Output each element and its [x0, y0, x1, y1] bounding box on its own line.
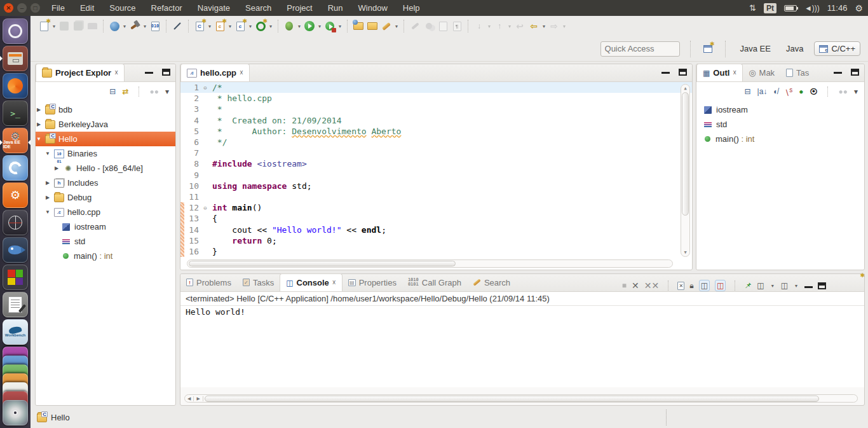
outline-item-std[interactable]: std: [696, 117, 864, 132]
session-gear-icon[interactable]: ⚙: [855, 3, 863, 13]
perspective-java[interactable]: Java: [782, 42, 808, 55]
dash-home-button[interactable]: [3, 18, 28, 44]
next-annotation-dropdown[interactable]: ▾: [486, 24, 492, 29]
sort-button[interactable]: |a↓: [757, 87, 768, 96]
focus-task-button[interactable]: ●●: [149, 87, 159, 96]
hide-non-public-button[interactable]: ●: [799, 87, 803, 96]
hide-inactive-button[interactable]: ⦿: [810, 87, 817, 96]
hide-static-button[interactable]: ∖s: [785, 86, 793, 97]
menu-window[interactable]: Window: [358, 3, 388, 13]
menu-file[interactable]: File: [51, 3, 65, 13]
save-all-button[interactable]: [72, 20, 85, 32]
scroll-right-arrow[interactable]: ▶: [194, 396, 203, 401]
remove-launch-button[interactable]: ✕: [632, 280, 639, 291]
back-button[interactable]: ⇦: [527, 20, 540, 32]
previous-annotation-button[interactable]: ↑: [493, 20, 506, 32]
link-with-editor-button[interactable]: ⇄: [122, 87, 128, 96]
tab-hello-cpp[interactable]: .c hello.cpp ☓: [180, 64, 250, 81]
close-icon[interactable]: ☓: [114, 69, 118, 77]
show-source-button[interactable]: [437, 20, 449, 32]
close-window-button[interactable]: ✕: [4, 3, 13, 13]
tree-item-hello[interactable]: ▼CHello: [36, 132, 175, 146]
file-manager-button[interactable]: [3, 46, 28, 71]
last-edit-location-button[interactable]: ↩: [513, 20, 526, 32]
console-output[interactable]: Hello world!: [180, 306, 864, 387]
maximize-view-button[interactable]: [162, 69, 170, 76]
new-c-class-button[interactable]: c✱: [214, 20, 226, 32]
minimize-view-button[interactable]: [804, 286, 813, 288]
tab-tasks[interactable]: ✓Tasks: [237, 273, 280, 291]
tree-item-iostream[interactable]: iostream: [36, 219, 175, 234]
focus-task-button[interactable]: ●●: [838, 87, 848, 96]
keyboard-layout-indicator[interactable]: Pt: [764, 3, 776, 13]
external-tools-button[interactable]: [323, 20, 336, 32]
eclipse-ide-button[interactable]: ⚙ Java EE IDE: [3, 128, 28, 153]
new-wizard-button[interactable]: ✱: [37, 20, 50, 32]
menu-help[interactable]: Help: [403, 3, 420, 13]
perspective-cpp[interactable]: cC/C++: [814, 41, 860, 56]
new-c-project-dropdown[interactable]: ▾: [247, 24, 254, 29]
scroll-lock-button[interactable]: 🔒︎: [689, 281, 693, 290]
collapse-all-button[interactable]: ⊟: [109, 87, 116, 96]
new-c-file-button[interactable]: C✱: [193, 20, 206, 32]
maximize-view-button[interactable]: [818, 282, 826, 289]
back-dropdown[interactable]: ▾: [541, 24, 547, 29]
menu-source[interactable]: Source: [109, 3, 135, 13]
debug-dropdown[interactable]: ▾: [296, 24, 302, 29]
toggle-mark-button[interactable]: [409, 20, 421, 32]
maximize-window-button[interactable]: □: [31, 3, 40, 13]
run-button[interactable]: [303, 20, 316, 32]
terminal-button[interactable]: >_: [3, 100, 28, 126]
terminate-button[interactable]: ■: [622, 281, 627, 290]
search-dropdown[interactable]: ▾: [393, 24, 400, 29]
menu-run[interactable]: Run: [328, 3, 343, 13]
code-analysis-button[interactable]: ✱: [254, 20, 267, 32]
volume-icon[interactable]: ◄))): [804, 4, 820, 13]
open-console-button[interactable]: ◫✱: [781, 281, 788, 290]
web-graph-app-button[interactable]: [3, 210, 28, 235]
minimize-view-button[interactable]: [834, 71, 842, 74]
color-blocks-app-button[interactable]: [3, 265, 28, 290]
editor-vertical-scrollbar[interactable]: ▲▼: [681, 84, 690, 257]
menu-edit[interactable]: Edit: [80, 3, 94, 13]
open-console-dropdown[interactable]: ▾: [793, 283, 799, 289]
tree-item-main[interactable]: main() : int: [36, 249, 175, 263]
tree-item-std[interactable]: std: [36, 234, 175, 249]
new-wizard-dropdown[interactable]: ▾: [51, 24, 57, 29]
clock[interactable]: 11:46: [827, 3, 848, 13]
previous-annotation-dropdown[interactable]: ▾: [506, 24, 513, 29]
new-c-class-dropdown[interactable]: ▾: [227, 24, 233, 29]
code-analysis-dropdown[interactable]: ▾: [268, 24, 274, 29]
open-perspective-icon[interactable]: ✱: [702, 43, 714, 55]
debug-button[interactable]: [283, 20, 295, 32]
new-c-file-dropdown[interactable]: ▾: [207, 24, 213, 29]
display-console-dropdown[interactable]: ▾: [770, 283, 776, 289]
tab-problems[interactable]: !Problems: [180, 273, 237, 291]
open-element-button[interactable]: 010: [149, 20, 161, 32]
menu-refactor[interactable]: Refactor: [151, 3, 182, 13]
search-marker-button[interactable]: [380, 20, 393, 32]
remove-all-terminated-button[interactable]: ✕✕: [644, 280, 659, 291]
code-editor[interactable]: 1⊖/* 2 * hello.cpp 3 * 4 * Created on: 2…: [180, 82, 692, 270]
show-console-on-stderr-button[interactable]: ◫: [715, 280, 726, 291]
mysql-workbench-button[interactable]: Workbench: [3, 319, 28, 345]
hide-fields-button[interactable]: ◐̸: [773, 87, 778, 96]
view-menu-button[interactable]: ▾: [165, 87, 169, 96]
new-c-project-button[interactable]: c✱: [234, 20, 247, 32]
next-annotation-button[interactable]: ↓: [473, 20, 485, 32]
disc-utility-button[interactable]: [3, 400, 28, 425]
tab-project-explorer[interactable]: Project Explor ☓: [36, 64, 125, 81]
updown-arrows-icon[interactable]: ⇅: [749, 3, 756, 13]
menu-search[interactable]: Search: [245, 3, 271, 13]
software-center-button[interactable]: ⚙: [3, 183, 28, 208]
tree-item-hello-cpp[interactable]: ▼.chello.cpp: [36, 205, 175, 219]
clear-console-button[interactable]: ✕: [677, 282, 684, 290]
tab-call-graph[interactable]: 10100101Call Graph: [402, 273, 467, 291]
build-dropdown[interactable]: ▾: [142, 24, 148, 29]
forward-button[interactable]: ⇨: [548, 20, 560, 32]
build-all-dropdown[interactable]: ▾: [121, 24, 128, 29]
maximize-view-button[interactable]: [851, 69, 859, 76]
menu-project[interactable]: Project: [287, 3, 312, 13]
tree-item-bdb[interactable]: ▶Cbdb: [36, 102, 175, 117]
quick-access-input[interactable]: [600, 41, 680, 57]
